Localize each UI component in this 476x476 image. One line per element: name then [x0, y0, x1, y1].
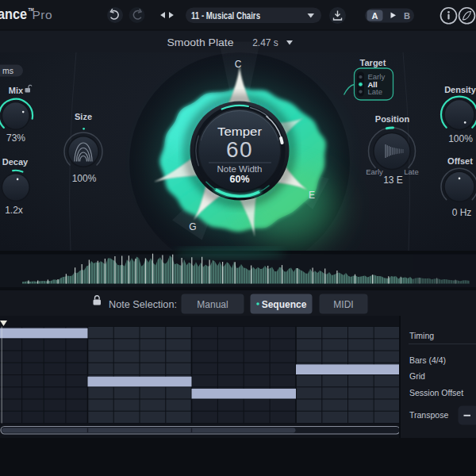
svg-text:11 - Musical Chairs: 11 - Musical Chairs: [191, 10, 260, 21]
svg-text:B: B: [404, 11, 410, 21]
svg-text:100%: 100%: [448, 133, 473, 144]
svg-text:100%: 100%: [72, 173, 97, 184]
svg-text:0 Hz: 0 Hz: [452, 207, 472, 218]
svg-text:MIDI: MIDI: [333, 299, 353, 310]
svg-text:2.47 s: 2.47 s: [252, 37, 278, 48]
svg-text:Note Selection:: Note Selection:: [109, 299, 177, 310]
svg-text:Decay: Decay: [2, 157, 29, 167]
svg-text:G: G: [189, 221, 196, 232]
svg-text:Position: Position: [375, 114, 410, 124]
svg-text:Note Width: Note Width: [217, 164, 263, 174]
svg-text:Late: Late: [404, 167, 419, 176]
svg-text:ance: ance: [0, 6, 27, 22]
svg-text:13 E: 13 E: [383, 175, 403, 186]
svg-text:Session Offset: Session Offset: [409, 388, 463, 397]
svg-text:1.2x: 1.2x: [5, 205, 23, 216]
svg-text:A: A: [372, 11, 378, 21]
svg-text:ms: ms: [2, 66, 13, 75]
svg-text:Pro: Pro: [33, 8, 53, 21]
svg-text:Transpose: Transpose: [409, 410, 448, 420]
svg-text:Manual: Manual: [197, 299, 228, 310]
svg-text:Early: Early: [366, 167, 383, 176]
svg-text:E: E: [309, 190, 315, 201]
svg-text:60%: 60%: [229, 174, 249, 185]
svg-text:Temper: Temper: [217, 125, 262, 138]
svg-text:Bars (4/4): Bars (4/4): [409, 355, 446, 365]
svg-text:60: 60: [226, 137, 253, 162]
svg-text:Density: Density: [444, 85, 476, 94]
svg-text:Grid: Grid: [409, 371, 425, 381]
svg-text:Offset: Offset: [447, 156, 473, 166]
svg-text:Size: Size: [75, 112, 92, 121]
svg-text:Smooth Plate: Smooth Plate: [167, 37, 234, 48]
svg-text:Sequence: Sequence: [262, 299, 307, 310]
svg-text:73%: 73%: [6, 132, 25, 144]
svg-text:Timing: Timing: [409, 331, 434, 340]
svg-text:Mix: Mix: [9, 86, 24, 95]
svg-text:Late: Late: [368, 87, 383, 96]
svg-text:C: C: [235, 59, 242, 70]
svg-text:Target: Target: [360, 58, 386, 67]
